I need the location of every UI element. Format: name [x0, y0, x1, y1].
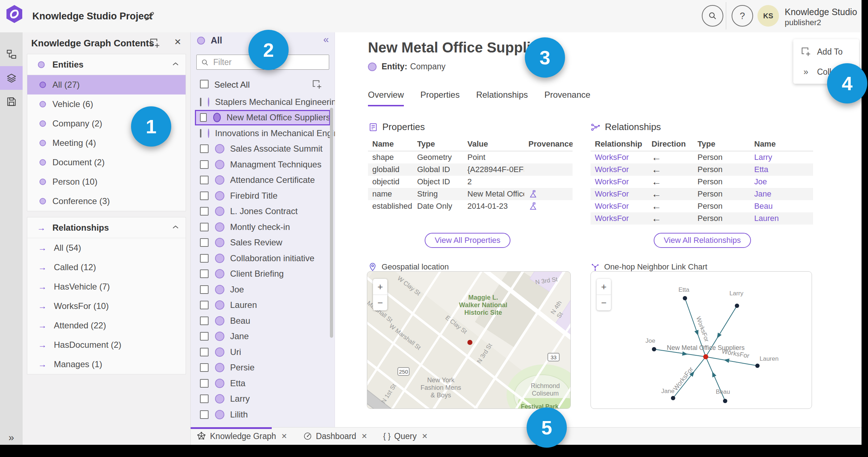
checkbox[interactable] [200, 191, 209, 200]
tab-overview[interactable]: Overview [368, 90, 404, 106]
scrollbar-thumb[interactable] [330, 108, 333, 338]
geospatial-map[interactable]: W Clay St N 3rd St N 4th St Maggie L. Wa… [367, 271, 571, 409]
relationship-filter-worksfor[interactable]: →WorksFor (10) [27, 296, 186, 316]
view-all-properties-button[interactable]: View All Properties [425, 233, 510, 248]
search-button[interactable] [702, 5, 723, 27]
list-item[interactable]: Sales Review [191, 235, 335, 251]
relationship-link[interactable]: WorksFor [591, 214, 647, 223]
zoom-out-button[interactable]: − [597, 295, 611, 311]
user-avatar[interactable]: KS [757, 5, 779, 27]
add-to-menu-item[interactable]: Add To [793, 43, 859, 61]
close-panel-icon[interactable]: ✕ [174, 37, 181, 47]
chevron-up-icon[interactable] [172, 225, 179, 230]
relationship-filter-all[interactable]: →All (54) [27, 238, 186, 258]
zoom-in-button[interactable]: + [597, 279, 611, 295]
tab-properties[interactable]: Properties [420, 90, 459, 106]
list-item[interactable]: Sales Associate Summit [191, 141, 335, 157]
relationship-link[interactable]: WorksFor [591, 202, 647, 211]
checkbox[interactable] [200, 207, 209, 216]
checkbox[interactable] [200, 254, 209, 263]
entity-link[interactable]: Larry [750, 153, 813, 162]
tab-query[interactable]: { } Query ✕ [383, 431, 428, 441]
checkbox[interactable] [200, 223, 209, 231]
list-item[interactable]: Innovations in Mechanical Engin... [191, 125, 335, 141]
checkbox[interactable] [200, 129, 201, 138]
checkbox[interactable] [200, 332, 209, 341]
relationship-link[interactable]: WorksFor [591, 165, 647, 174]
tab-dashboard[interactable]: Dashboard ✕ [303, 431, 367, 441]
one-hop-link-chart[interactable]: Etta Larry Joe Lauren Jane Beau New Meta… [591, 271, 812, 409]
checkbox[interactable] [200, 317, 209, 325]
checkbox[interactable] [200, 98, 201, 106]
relationships-section-header[interactable]: → Relationships [27, 217, 186, 238]
node-etta[interactable] [683, 296, 687, 300]
tab-relationships[interactable]: Relationships [476, 90, 528, 106]
list-item[interactable]: Etta [191, 375, 335, 391]
list-item[interactable]: Staplers Mechanical Engineering [191, 94, 335, 110]
entity-link[interactable]: Etta [750, 165, 813, 174]
relationship-filter-attended[interactable]: →Attended (22) [27, 316, 186, 335]
collapse-panel-icon[interactable]: « [323, 34, 329, 45]
list-item[interactable]: Client Briefing [191, 266, 335, 282]
tab-knowledge-graph[interactable]: Knowledge Graph ✕ [196, 431, 287, 441]
entities-section-header[interactable]: Entities [27, 54, 186, 75]
checkbox[interactable] [200, 410, 209, 419]
select-all-checkbox[interactable] [200, 80, 209, 88]
close-tab-icon[interactable]: ✕ [422, 432, 428, 440]
relationship-filter-called[interactable]: →Called (12) [27, 258, 186, 277]
entity-filter-conference[interactable]: Conference (3) [27, 191, 186, 211]
checkbox[interactable] [200, 144, 209, 153]
list-item[interactable]: L. Jones Contract [191, 204, 335, 220]
node-lauren[interactable] [755, 364, 760, 368]
entity-filter-person[interactable]: Person (10) [27, 172, 186, 191]
list-item[interactable]: Attendance Certificate [191, 172, 335, 188]
list-item[interactable]: Firebird Title [191, 188, 335, 204]
close-tab-icon[interactable]: ✕ [361, 432, 367, 440]
entity-link[interactable]: Lauren [750, 214, 813, 223]
list-item[interactable]: Jane [191, 329, 335, 345]
node-beau[interactable] [723, 399, 727, 403]
checkbox[interactable] [200, 394, 209, 403]
checkbox[interactable] [200, 301, 209, 309]
relationship-filter-hasdocument[interactable]: →HasDocument (2) [27, 335, 186, 355]
account-info[interactable]: Knowledge Studio publisher2 [785, 6, 857, 28]
data-model-rail-button[interactable] [0, 42, 23, 66]
checkbox[interactable] [200, 269, 209, 278]
entity-link[interactable]: Joe [750, 177, 813, 186]
checkbox[interactable] [200, 379, 209, 388]
add-to-map-icon[interactable] [149, 37, 160, 49]
entity-filter-all[interactable]: All (27) [27, 75, 186, 94]
entity-link[interactable]: Beau [750, 202, 813, 211]
entity-filter-document[interactable]: Document (2) [27, 153, 186, 172]
expand-rail-icon[interactable]: » [0, 432, 23, 443]
chevron-up-icon[interactable] [172, 61, 179, 66]
node-center[interactable] [703, 354, 708, 359]
provenance-flag-icon[interactable] [528, 189, 538, 199]
node-joe[interactable] [652, 347, 656, 351]
relationship-filter-manages[interactable]: →Manages (1) [27, 355, 186, 374]
entity-link[interactable]: Jane [750, 189, 813, 199]
checkbox[interactable] [200, 348, 209, 356]
provenance-flag-icon[interactable] [528, 202, 538, 211]
list-item[interactable]: Larry [191, 391, 335, 407]
node-jane[interactable] [671, 396, 675, 400]
checkbox[interactable] [200, 176, 209, 184]
list-item[interactable]: Lauren [191, 297, 335, 313]
relationship-filter-hasvehicle[interactable]: →HasVehicle (7) [27, 277, 186, 296]
close-tab-icon[interactable]: ✕ [281, 432, 287, 440]
save-rail-button[interactable] [0, 90, 23, 114]
add-to-map-icon[interactable] [312, 79, 322, 90]
list-item[interactable]: Collaboration initiative [191, 250, 335, 266]
relationship-link[interactable]: WorksFor [591, 153, 647, 162]
checkbox[interactable] [200, 363, 209, 372]
list-item[interactable]: Managment Techniques [191, 157, 335, 172]
relationship-link[interactable]: WorksFor [591, 177, 647, 186]
list-item[interactable]: Joe [191, 282, 335, 297]
zoom-out-button[interactable]: − [373, 295, 387, 311]
list-item-selected[interactable]: New Metal Office Suppliers [195, 110, 330, 126]
node-larry[interactable] [735, 304, 739, 308]
tab-provenance[interactable]: Provenance [545, 90, 591, 106]
list-item[interactable]: Persie [191, 360, 335, 376]
layers-rail-button[interactable] [0, 66, 23, 90]
list-item[interactable]: Montly check-in [191, 219, 335, 235]
